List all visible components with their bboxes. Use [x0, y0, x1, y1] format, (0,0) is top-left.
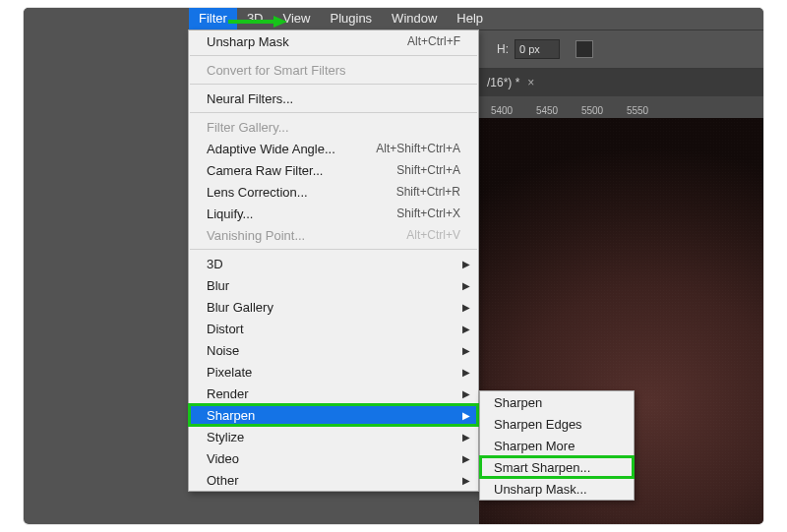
submenu-blur[interactable]: Blur▶: [189, 274, 478, 296]
chevron-right-icon: ▶: [462, 280, 470, 291]
menu-item-shortcut: Shift+Ctrl+A: [396, 163, 460, 177]
options-bar: H:: [479, 30, 763, 69]
menu-adaptive-wide-angle[interactable]: Adaptive Wide Angle... Alt+Shift+Ctrl+A: [189, 138, 478, 159]
chevron-right-icon: ▶: [462, 388, 470, 399]
menu-item-label: Sharpen: [207, 408, 460, 423]
menu-last-filter[interactable]: Unsharp Mask Alt+Ctrl+F: [189, 30, 478, 52]
menu-item-label: Unsharp Mask...: [494, 482, 620, 497]
menu-separator: [190, 249, 477, 250]
sharpen-submenu: Sharpen Sharpen Edges Sharpen More Smart…: [479, 390, 635, 501]
menu-item-label: Camera Raw Filter...: [207, 163, 396, 178]
ruler-tick: 5450: [524, 105, 570, 116]
menu-item-label: Filter Gallery...: [207, 120, 460, 135]
ruler-horizontal: 5400 5450 5500 5550: [479, 96, 763, 118]
submenu-video[interactable]: Video▶: [189, 447, 478, 469]
annotation-arrow-icon: [226, 15, 287, 29]
sharpen-item-edges[interactable]: Sharpen Edges: [480, 413, 634, 435]
menu-neural-filters[interactable]: Neural Filters...: [189, 88, 478, 109]
menu-item-label: Blur Gallery: [207, 300, 460, 315]
sharpen-item-more[interactable]: Sharpen More: [480, 435, 634, 456]
menu-vanishing-point: Vanishing Point... Alt+Ctrl+V: [189, 224, 478, 246]
option-swatch[interactable]: [575, 40, 593, 58]
menu-item-label: Other: [207, 473, 460, 488]
option-h-label: H:: [497, 42, 509, 56]
menu-separator: [190, 55, 477, 56]
menu-item-label: Video: [207, 451, 460, 466]
menu-item-label: Sharpen More: [494, 439, 620, 453]
menu-item-label: Stylize: [207, 430, 460, 444]
menu-item-shortcut: Alt+Ctrl+F: [407, 34, 460, 48]
menu-item-label: Smart Sharpen...: [494, 460, 620, 475]
document-tab-title: /16*) *: [487, 76, 519, 89]
menu-item-label: Vanishing Point...: [207, 228, 406, 243]
menu-help[interactable]: Help: [447, 8, 493, 30]
menu-item-label: Convert for Smart Filters: [207, 63, 460, 78]
menu-plugins[interactable]: Plugins: [320, 8, 382, 30]
menu-item-shortcut: Alt+Shift+Ctrl+A: [376, 142, 460, 155]
menubar: Filter 3D View Plugins Window Help: [24, 8, 763, 30]
filter-dropdown: Unsharp Mask Alt+Ctrl+F Convert for Smar…: [188, 30, 479, 492]
document-tab[interactable]: /16*) * ×: [479, 69, 763, 96]
menu-item-label: Render: [207, 386, 460, 401]
submenu-3d[interactable]: 3D▶: [189, 253, 478, 274]
menu-separator: [190, 84, 477, 85]
app-frame: Filter 3D View Plugins Window Help H: /1…: [23, 7, 764, 525]
menu-lens-correction[interactable]: Lens Correction... Shift+Ctrl+R: [189, 181, 478, 203]
menu-item-label: Adaptive Wide Angle...: [207, 142, 376, 156]
sharpen-item-unsharp-mask[interactable]: Unsharp Mask...: [480, 478, 634, 500]
submenu-pixelate[interactable]: Pixelate▶: [189, 361, 478, 383]
ruler-tick: 5400: [479, 105, 524, 116]
submenu-stylize[interactable]: Stylize▶: [189, 426, 478, 447]
chevron-right-icon: ▶: [462, 453, 470, 464]
menu-item-label: Noise: [207, 343, 460, 358]
ruler-tick: 5550: [615, 105, 660, 116]
chevron-right-icon: ▶: [462, 367, 470, 378]
submenu-distort[interactable]: Distort▶: [189, 318, 478, 339]
chevron-right-icon: ▶: [462, 345, 470, 356]
submenu-other[interactable]: Other▶: [189, 469, 478, 491]
menu-item-label: Sharpen: [494, 395, 620, 410]
menu-item-shortcut: Alt+Ctrl+V: [406, 228, 460, 242]
submenu-sharpen[interactable]: Sharpen▶: [189, 404, 478, 426]
menu-convert-smart: Convert for Smart Filters: [189, 59, 478, 81]
menu-item-label: Lens Correction...: [207, 185, 396, 200]
menu-separator: [190, 112, 477, 113]
chevron-right-icon: ▶: [462, 302, 470, 313]
menu-window[interactable]: Window: [382, 8, 447, 30]
menu-camera-raw-filter[interactable]: Camera Raw Filter... Shift+Ctrl+A: [189, 159, 478, 181]
close-icon[interactable]: ×: [527, 76, 534, 89]
menu-item-label: Sharpen Edges: [494, 417, 620, 432]
menu-filter-gallery: Filter Gallery...: [189, 116, 478, 138]
menu-item-label: Distort: [207, 322, 460, 336]
menu-item-label: Unsharp Mask: [207, 34, 407, 49]
sharpen-item-smart-sharpen[interactable]: Smart Sharpen...: [480, 456, 634, 478]
submenu-noise[interactable]: Noise▶: [189, 339, 478, 361]
chevron-right-icon: ▶: [462, 432, 470, 443]
menu-liquify[interactable]: Liquify... Shift+Ctrl+X: [189, 203, 478, 224]
chevron-right-icon: ▶: [462, 475, 470, 486]
menu-item-label: Neural Filters...: [207, 91, 460, 106]
menu-item-label: Blur: [207, 278, 460, 293]
ruler-tick: 5500: [570, 105, 615, 116]
svg-marker-1: [273, 16, 287, 28]
chevron-right-icon: ▶: [462, 410, 470, 421]
sharpen-item-sharpen[interactable]: Sharpen: [480, 391, 634, 413]
submenu-blur-gallery[interactable]: Blur Gallery▶: [189, 296, 478, 318]
menu-item-label: Liquify...: [207, 207, 396, 221]
menu-item-shortcut: Shift+Ctrl+R: [396, 185, 460, 199]
menu-item-label: 3D: [207, 257, 460, 271]
chevron-right-icon: ▶: [462, 259, 470, 269]
menu-item-shortcut: Shift+Ctrl+X: [396, 207, 460, 220]
chevron-right-icon: ▶: [462, 324, 470, 334]
option-h-field[interactable]: [515, 39, 560, 59]
submenu-render[interactable]: Render▶: [189, 383, 478, 404]
menu-item-label: Pixelate: [207, 365, 460, 380]
